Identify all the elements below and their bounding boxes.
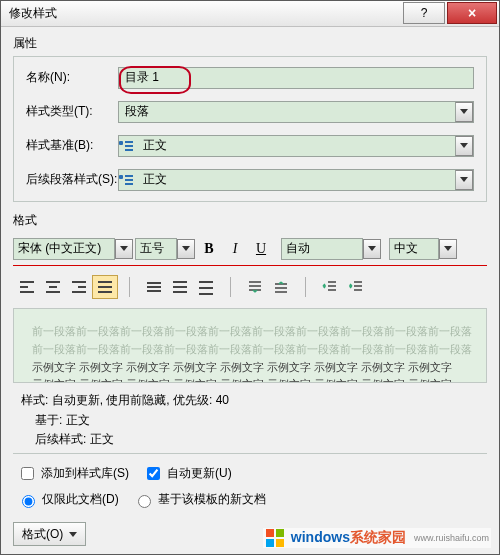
help-icon: ? [421, 6, 428, 20]
indent-group [316, 274, 370, 300]
titlebar: 修改样式 ? × [1, 1, 499, 27]
font-value: 宋体 (中文正文) [13, 238, 115, 260]
font-color-value: 自动 [281, 238, 363, 260]
separator [305, 277, 306, 297]
language-combo[interactable]: 中文 [389, 238, 457, 260]
checkbox-input[interactable] [147, 467, 160, 480]
preview-sample-line: 示例文字 示例文字 示例文字 示例文字 示例文字 示例文字 示例文字 示例文字 … [32, 359, 468, 377]
align-left-button[interactable] [14, 275, 40, 299]
checkbox-input[interactable] [21, 467, 34, 480]
modify-style-dialog: 修改样式 ? × 属性 名称(N): 样式类型(T): 段落 [0, 0, 500, 555]
align-justify-button[interactable] [92, 275, 118, 299]
summary-line: 基于: 正文 [21, 411, 487, 430]
chevron-down-icon [69, 532, 77, 537]
close-icon: × [468, 5, 476, 21]
line-spacing-group [140, 274, 220, 300]
watermark-url: www.ruishaifu.com [414, 533, 489, 543]
spacing-loose-button[interactable] [193, 275, 219, 299]
align-right-button[interactable] [66, 275, 92, 299]
bold-button[interactable]: B [197, 237, 221, 261]
indent-increase-button[interactable] [343, 275, 369, 299]
font-combo[interactable]: 宋体 (中文正文) [13, 238, 133, 260]
next-style-label: 后续段落样式(S): [26, 171, 118, 188]
spacing-normal-button[interactable] [167, 275, 193, 299]
based-on-label: 样式基准(B): [26, 137, 118, 154]
paragraph-icon [119, 173, 133, 187]
help-button[interactable]: ? [403, 2, 445, 24]
row-style-type: 样式类型(T): 段落 [26, 101, 474, 123]
format-menu-label: 格式(O) [22, 526, 63, 543]
style-type-value: 段落 [119, 103, 455, 120]
indent-decrease-button[interactable] [317, 275, 343, 299]
size-combo[interactable]: 五号 [135, 238, 195, 260]
summary-line: 样式: 自动更新, 使用前隐藏, 优先级: 40 [21, 391, 487, 410]
based-on-value: 正文 [137, 137, 455, 154]
svg-rect-2 [266, 539, 274, 547]
chevron-down-icon [455, 102, 473, 122]
para-spacing-group [241, 274, 295, 300]
chevron-down-icon [455, 170, 473, 190]
properties-fieldset: 名称(N): 样式类型(T): 段落 样式基准 [13, 56, 487, 202]
preview-prev-paragraph: 前一段落前一段落前一段落前一段落前一段落前一段落前一段落前一段落前一段落前一段落 [32, 341, 468, 359]
chevron-down-icon [363, 239, 381, 259]
separator [230, 277, 231, 297]
format-section-label: 格式 [13, 212, 487, 229]
radio-input[interactable] [22, 495, 35, 508]
space-before-increase-button[interactable] [242, 275, 268, 299]
row-next-style: 后续段落样式(S): 正文 [26, 169, 474, 191]
style-preview: 前一段落前一段落前一段落前一段落前一段落前一段落前一段落前一段落前一段落前一段落… [13, 308, 487, 383]
bottom-options: 添加到样式库(S) 自动更新(U) 仅限此文档(D) 基于该模板的新文档 [13, 453, 487, 516]
new-docs-from-template-radio[interactable]: 基于该模板的新文档 [133, 491, 266, 508]
row-name: 名称(N): [26, 67, 474, 89]
paragraph-icon [119, 139, 133, 153]
format-toolbar-row2 [13, 274, 487, 300]
italic-button[interactable]: I [223, 237, 247, 261]
radio-input[interactable] [138, 495, 151, 508]
next-style-value: 正文 [137, 171, 455, 188]
dialog-body: 属性 名称(N): 样式类型(T): 段落 [1, 27, 499, 522]
radio-label: 基于该模板的新文档 [158, 491, 266, 508]
name-input[interactable] [119, 69, 473, 87]
radio-label: 仅限此文档(D) [42, 491, 119, 508]
space-before-decrease-button[interactable] [268, 275, 294, 299]
chevron-down-icon [115, 239, 133, 259]
annotation-underline [13, 265, 487, 267]
next-style-combo[interactable]: 正文 [118, 169, 474, 191]
chevron-down-icon [439, 239, 457, 259]
close-button[interactable]: × [447, 2, 497, 24]
format-toolbar-row1: 宋体 (中文正文) 五号 B I U 自动 中文 [13, 237, 487, 261]
svg-rect-1 [276, 529, 284, 537]
underline-button[interactable]: U [249, 237, 273, 261]
alignment-group [13, 274, 119, 300]
align-center-button[interactable] [40, 275, 66, 299]
checkbox-label: 自动更新(U) [167, 465, 232, 482]
only-this-document-radio[interactable]: 仅限此文档(D) [17, 491, 119, 508]
separator [129, 277, 130, 297]
format-menu-button[interactable]: 格式(O) [13, 522, 86, 546]
properties-section-label: 属性 [13, 35, 487, 52]
font-color-combo[interactable]: 自动 [281, 238, 381, 260]
name-input-wrapper [118, 67, 474, 89]
size-value: 五号 [135, 238, 177, 260]
style-summary: 样式: 自动更新, 使用前隐藏, 优先级: 40 基于: 正文 后续样式: 正文 [21, 391, 487, 449]
preview-prev-paragraph: 前一段落前一段落前一段落前一段落前一段落前一段落前一段落前一段落前一段落前一段落 [32, 323, 468, 341]
svg-rect-0 [266, 529, 274, 537]
add-to-style-library-checkbox[interactable]: 添加到样式库(S) [17, 464, 129, 483]
watermark-text: windows系统家园 [291, 529, 406, 547]
chevron-down-icon [455, 136, 473, 156]
windows-logo-icon [265, 528, 285, 548]
window-title: 修改样式 [9, 5, 401, 22]
chevron-down-icon [177, 239, 195, 259]
preview-sample-line: 示例文字 示例文字 示例文字 示例文字 示例文字 示例文字 示例文字 示例文字 … [32, 376, 468, 383]
watermark: windows系统家园 www.ruishaifu.com [263, 528, 491, 548]
language-value: 中文 [389, 238, 439, 260]
style-type-combo[interactable]: 段落 [118, 101, 474, 123]
spacing-tight-button[interactable] [141, 275, 167, 299]
summary-line: 后续样式: 正文 [21, 430, 487, 449]
style-type-label: 样式类型(T): [26, 103, 118, 120]
auto-update-checkbox[interactable]: 自动更新(U) [143, 464, 232, 483]
checkbox-label: 添加到样式库(S) [41, 465, 129, 482]
svg-rect-3 [276, 539, 284, 547]
name-label: 名称(N): [26, 69, 118, 86]
based-on-combo[interactable]: 正文 [118, 135, 474, 157]
